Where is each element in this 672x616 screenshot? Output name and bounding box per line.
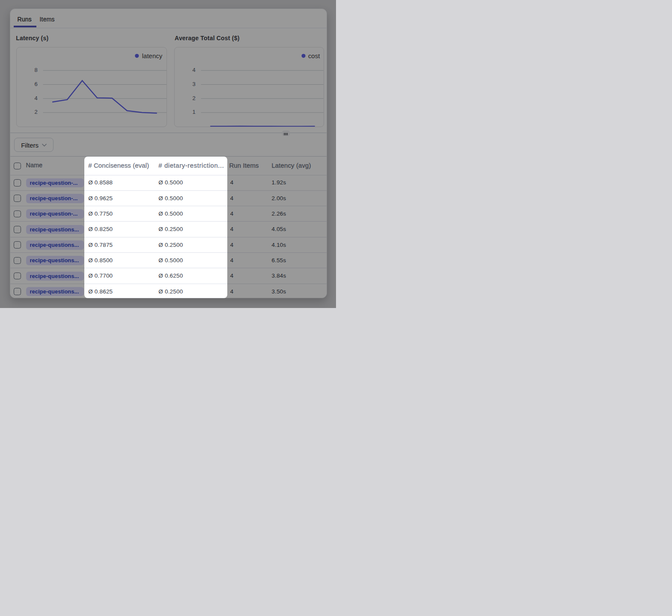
svg-text:6: 6 [34, 81, 37, 87]
svg-text:3: 3 [193, 81, 196, 87]
svg-text:8: 8 [34, 67, 37, 73]
svg-text:latency: latency [142, 52, 163, 59]
svg-text:1: 1 [193, 109, 196, 115]
svg-text:4: 4 [34, 95, 37, 101]
svg-text:2: 2 [34, 109, 37, 115]
svg-text:4: 4 [193, 67, 196, 73]
svg-text:cost: cost [308, 52, 320, 59]
svg-text:2: 2 [193, 95, 196, 101]
